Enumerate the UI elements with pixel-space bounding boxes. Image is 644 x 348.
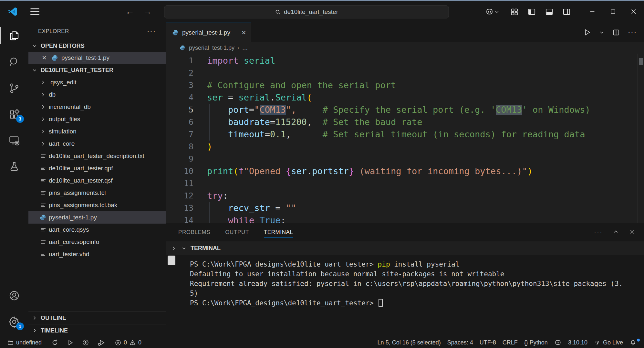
- panel-tab-output[interactable]: OUTPUT: [225, 223, 249, 241]
- tree-folder-uart_core[interactable]: uart_core: [28, 138, 166, 150]
- go-live-button[interactable]: Go Live: [591, 339, 626, 346]
- timeline-section-header[interactable]: TIMELINE: [28, 324, 166, 337]
- open-editor-item[interactable]: ✕ pyserial_test-1.py: [28, 52, 166, 64]
- tree-file-uart_tester.vhd[interactable]: uart_tester.vhd: [28, 248, 166, 260]
- language-mode[interactable]: {} Python: [522, 339, 550, 346]
- code-line-11[interactable]: 11: [166, 177, 638, 190]
- remote-indicator[interactable]: undefined: [5, 339, 44, 346]
- chevron-right-icon: [39, 116, 47, 123]
- nav-back-button[interactable]: ←: [125, 7, 134, 16]
- code-line-3[interactable]: 3# Configure and open the serial port: [166, 79, 638, 91]
- debug-task-button[interactable]: [95, 339, 108, 346]
- copilot-status[interactable]: [552, 339, 564, 346]
- line-content: print(f"Opened {ser.portstr} (waiting fo…: [207, 165, 638, 177]
- panel-tab-terminal[interactable]: TERMINAL: [264, 223, 293, 241]
- line-number: 5: [166, 104, 207, 116]
- menu-hamburger-icon[interactable]: [30, 8, 39, 15]
- nav-forward-button[interactable]: →: [143, 7, 152, 16]
- terminal[interactable]: PS C:\Work\FPGA_designs\de10lite_uart_te…: [166, 255, 644, 337]
- chevron-down-icon[interactable]: [180, 245, 187, 252]
- tree-folder-simulation[interactable]: simulation: [28, 125, 166, 138]
- settings-button[interactable]: 1: [0, 309, 28, 335]
- breadcrumb-file[interactable]: pyserial_test-1.py: [189, 45, 234, 51]
- tab-close-icon[interactable]: ✕: [242, 29, 246, 36]
- close-window-button[interactable]: [623, 1, 644, 23]
- code-line-10[interactable]: 10print(f"Opened {ser.portstr} (waiting …: [166, 165, 638, 177]
- activity-source-control-button[interactable]: [0, 75, 28, 101]
- editor-more-actions-button[interactable]: ···: [628, 28, 637, 37]
- tree-file-pyserial_test-1.py[interactable]: pyserial_test-1.py: [28, 211, 166, 224]
- tree-file-uart_core.sopcinfo[interactable]: uart_core.sopcinfo: [28, 236, 166, 248]
- minimize-icon: [589, 8, 596, 15]
- run-python-file-button[interactable]: [583, 28, 591, 37]
- tree-folder-db[interactable]: db: [28, 89, 166, 101]
- toggle-panel-button[interactable]: [542, 5, 556, 19]
- activity-testing-button[interactable]: [0, 153, 28, 180]
- breadcrumb[interactable]: pyserial_test-1.py › …: [166, 42, 644, 54]
- panel-maximize-icon[interactable]: [613, 229, 619, 236]
- maximize-button[interactable]: [603, 1, 623, 23]
- editor-scrollbar[interactable]: [637, 54, 644, 223]
- code-line-4[interactable]: 4ser = serial.Serial(: [166, 91, 638, 104]
- upload-task-button[interactable]: [79, 339, 92, 346]
- code-line-5[interactable]: 5 port="COM13", # Specify the serial por…: [166, 104, 638, 116]
- code-line-7[interactable]: 7 timeout=0.1, # Set serial timeout (in …: [166, 128, 638, 141]
- tree-file-pins_assignments.tcl.bak[interactable]: pins_assignments.tcl.bak: [28, 199, 166, 211]
- code-editor[interactable]: 1import serial23# Configure and open the…: [166, 54, 644, 223]
- copilot-menu-button[interactable]: [485, 7, 499, 16]
- problems-indicator[interactable]: 0 0: [112, 339, 144, 346]
- activity-extensions-button[interactable]: 3: [0, 101, 28, 127]
- accounts-button[interactable]: [0, 282, 28, 309]
- restart-task-button[interactable]: [49, 339, 61, 346]
- tree-folder-incremental_db[interactable]: incremental_db: [28, 101, 166, 113]
- panel-close-icon[interactable]: [629, 229, 635, 236]
- terminal-section-header[interactable]: TERMINAL: [166, 241, 644, 255]
- tab-pyserial-test-1[interactable]: pyserial_test-1.py ✕: [166, 23, 251, 42]
- panel-more-actions-button[interactable]: ···: [594, 228, 603, 236]
- tree-folder-.qsys_edit[interactable]: .qsys_edit: [28, 76, 166, 89]
- indentation[interactable]: Spaces: 4: [445, 339, 476, 346]
- close-editor-icon[interactable]: ✕: [41, 54, 48, 61]
- minimize-button[interactable]: [582, 1, 603, 23]
- chevron-right-icon[interactable]: [170, 245, 177, 252]
- activity-explorer-button[interactable]: [0, 23, 28, 49]
- code-line-2[interactable]: 2: [166, 67, 638, 79]
- tree-file-pins_assignments.tcl[interactable]: pins_assignments.tcl: [28, 187, 166, 199]
- tree-file-uart_core.qsys[interactable]: uart_core.qsys: [28, 224, 166, 236]
- tree-file-de10lite_uart_tester.qpf[interactable]: de10lite_uart_tester.qpf: [28, 162, 166, 174]
- code-line-13[interactable]: 13 recv_str = "": [166, 202, 638, 214]
- encoding[interactable]: UTF-8: [477, 339, 499, 346]
- toggle-primary-sidebar-button[interactable]: [525, 5, 539, 19]
- python-interpreter[interactable]: 3.10.10: [566, 339, 590, 346]
- run-dropdown-chevron-icon[interactable]: [599, 30, 604, 35]
- outline-section-header[interactable]: OUTLINE: [28, 311, 166, 324]
- code-line-6[interactable]: 6 baudrate=115200, # Set the baud rate: [166, 116, 638, 128]
- project-root-header[interactable]: DE10LITE_UART_TESTER: [28, 64, 166, 76]
- code-line-9[interactable]: 9: [166, 153, 638, 165]
- chevron-right-icon: [39, 128, 47, 135]
- split-editor-button[interactable]: [612, 28, 620, 37]
- code-line-14[interactable]: 14 while True:: [166, 214, 638, 223]
- explorer-more-actions-button[interactable]: ···: [147, 27, 156, 36]
- toggle-secondary-sidebar-button[interactable]: [559, 5, 574, 19]
- cursor-position[interactable]: Ln 5, Col 16 (5 selected): [375, 339, 443, 346]
- customize-layout-button[interactable]: [507, 5, 521, 19]
- tree-item-label: .qsys_edit: [49, 79, 77, 86]
- code-line-8[interactable]: 8): [166, 141, 638, 153]
- code-line-1[interactable]: 1import serial: [166, 55, 638, 67]
- scrollbar-thumb[interactable]: [639, 58, 643, 65]
- breadcrumb-symbol[interactable]: …: [242, 45, 248, 51]
- eol-sequence[interactable]: CRLF: [500, 339, 520, 346]
- tree-file-de10lite_uart_tester_description.txt[interactable]: de10lite_uart_tester_description.txt: [28, 150, 166, 162]
- open-editors-header[interactable]: OPEN EDITORS: [28, 40, 166, 52]
- line-number: 9: [166, 153, 207, 165]
- tree-folder-output_files[interactable]: output_files: [28, 113, 166, 125]
- command-center-search[interactable]: de10lite_uart_tester: [164, 5, 449, 18]
- tree-file-de10lite_uart_tester.qsf[interactable]: de10lite_uart_tester.qsf: [28, 174, 166, 187]
- notifications-button[interactable]: [627, 339, 639, 346]
- activity-remote-explorer-button[interactable]: [0, 127, 28, 153]
- run-task-button[interactable]: [64, 339, 76, 346]
- panel-tab-problems[interactable]: PROBLEMS: [178, 223, 210, 241]
- activity-search-button[interactable]: [0, 49, 28, 75]
- code-line-12[interactable]: 12try:: [166, 190, 638, 202]
